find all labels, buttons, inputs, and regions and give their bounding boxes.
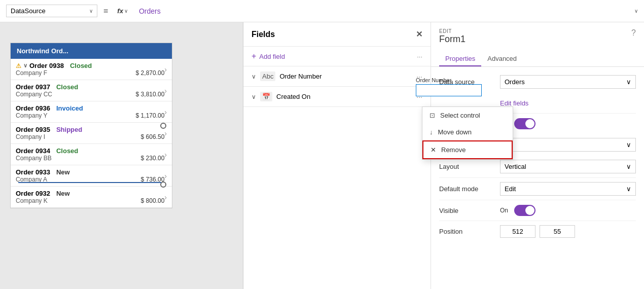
select-control-icon: ⊡: [430, 112, 435, 119]
prop-value-columns: 3 ∨: [500, 138, 636, 152]
status-5: New: [56, 168, 70, 176]
order-info-3: Order 0935 Shipped Company I $ 606.50: [16, 126, 164, 140]
context-menu-label-remove: Remove: [441, 146, 466, 154]
prop-label-position: Position: [439, 228, 500, 235]
order-num-0: ⚠∨ Order 0938 Closed: [16, 62, 164, 69]
gallery-item-5[interactable]: Order 0933 New Company A $ 736.00 ›: [11, 165, 172, 187]
gallery: Northwind Ord... ⚠∨ Order 0938 Closed Co…: [10, 43, 172, 208]
toggle-switch-visible[interactable]: [514, 205, 535, 216]
prop-value-datasource: Orders ∨: [500, 75, 636, 89]
equals-sign: =: [101, 7, 110, 16]
gallery-items: ⚠∨ Order 0938 Closed Company F $ 2,870.0…: [11, 59, 172, 208]
status-2: Invoiced: [56, 104, 83, 112]
order-num-text-3: Order 0935: [16, 126, 50, 133]
prop-value-layout: Vertical ∨: [500, 160, 636, 173]
context-menu-move-down[interactable]: ↓ Move down: [422, 124, 513, 140]
gallery-item-chevron-2: ›: [164, 108, 167, 116]
divider-line: [18, 182, 161, 183]
gallery-title: Northwind Ord...: [17, 47, 68, 55]
order-info-4: Order 0934 Closed Company BB $ 230.00: [16, 147, 164, 162]
add-field-menu[interactable]: ···: [417, 53, 422, 60]
toggle-knob-1: [525, 119, 534, 128]
form-title: Form1: [439, 34, 636, 45]
datasource-dropdown-prop[interactable]: Orders ∨: [500, 75, 636, 89]
order-num-text-5: Order 0933: [16, 168, 50, 176]
order-number-label: Order Number: [416, 77, 482, 83]
field-item-order-number[interactable]: ∨ Abc Order Number ···: [243, 66, 431, 87]
toggle-switch-1[interactable]: [514, 118, 535, 129]
order-details-6: Company K $ 800.00: [16, 197, 164, 204]
prop-value-position: [500, 225, 636, 238]
prop-value-toggle: On: [500, 118, 636, 129]
order-num-1: Order 0937 Closed: [16, 83, 164, 91]
toggle-on-label-visible: On: [500, 207, 508, 214]
position-x-input[interactable]: [500, 225, 535, 238]
context-menu-remove[interactable]: ✕ Remove: [422, 140, 513, 159]
canvas: Northwind Ord... ⚠∨ Order 0938 Closed Co…: [0, 22, 243, 289]
remove-icon: ✕: [431, 146, 436, 154]
datasource-dropdown[interactable]: DataSource ∨: [6, 5, 97, 17]
default-mode-dropdown[interactable]: Edit ∨: [500, 182, 636, 196]
order-details-1: Company CC $ 3,810.00: [16, 91, 164, 98]
gallery-item-chevron-0: ›: [164, 65, 167, 74]
default-mode-chevron: ∨: [626, 185, 631, 193]
gallery-item-2[interactable]: Order 0936 Invoiced Company Y $ 1,170.00…: [11, 101, 172, 123]
company-4: Company BB: [16, 155, 52, 162]
datasource-label: DataSource: [11, 7, 46, 15]
gallery-item-6[interactable]: Order 0932 New Company K $ 800.00 ›: [11, 187, 172, 208]
add-field-button[interactable]: + Add field ···: [243, 47, 431, 66]
fields-title: Fields: [252, 30, 275, 39]
field-name-order-number: Order Number: [279, 73, 412, 80]
columns-chevron: ∨: [626, 141, 631, 149]
layout-dropdown[interactable]: Vertical ∨: [500, 160, 636, 173]
help-button[interactable]: ?: [631, 28, 636, 38]
context-menu: ⊡ Select control ↓ Move down ✕ Remove: [422, 106, 513, 160]
field-chevron-1: ∨: [252, 73, 256, 80]
company-6: Company K: [16, 197, 48, 204]
order-number-field-label: Order Number: [416, 77, 482, 96]
fields-panel-header: Fields ✕: [243, 22, 431, 47]
top-bar: DataSource ∨ = fx ∨ Orders ∨: [0, 0, 644, 22]
order-num-text-6: Order 0932: [16, 190, 50, 197]
order-info-5: Order 0933 New Company A $ 736.00: [16, 168, 164, 183]
amount-1: $ 3,810.00: [136, 91, 165, 98]
order-num-6: Order 0932 New: [16, 190, 164, 197]
position-y-input[interactable]: [540, 225, 575, 238]
order-details-2: Company Y $ 1,170.00: [16, 112, 164, 119]
order-num-text-4: Order 0934: [16, 147, 50, 155]
status-0: Closed: [70, 62, 92, 69]
gallery-item-0[interactable]: ⚠∨ Order 0938 Closed Company F $ 2,870.0…: [11, 59, 172, 80]
prop-label-visible: Visible: [439, 207, 500, 214]
columns-dropdown[interactable]: 3 ∨: [500, 138, 636, 152]
field-item-created-on[interactable]: ∨ 📅 Created On ···: [243, 87, 431, 107]
context-menu-select-control[interactable]: ⊡ Select control: [422, 107, 513, 124]
tab-properties[interactable]: Properties: [439, 51, 481, 66]
context-menu-label-move: Move down: [438, 128, 472, 136]
tab-advanced[interactable]: Advanced: [481, 51, 523, 66]
layout-chevron: ∨: [626, 163, 631, 170]
amount-6: $ 800.00: [141, 197, 165, 204]
gallery-item-4[interactable]: Order 0934 Closed Company BB $ 230.00 ›: [11, 144, 172, 165]
default-mode-value: Edit: [505, 185, 516, 193]
context-menu-label-select: Select control: [440, 112, 480, 119]
edit-fields-link[interactable]: Edit fields: [500, 99, 528, 107]
status-4: Closed: [56, 147, 78, 155]
prop-row-visible: Visible On: [431, 200, 644, 221]
close-fields-button[interactable]: ✕: [416, 29, 422, 39]
order-num-5: Order 0933 New: [16, 168, 164, 176]
amount-4: $ 230.00: [141, 155, 165, 162]
gallery-item-3[interactable]: Order 0935 Shipped Company I $ 606.50 ›: [11, 123, 172, 144]
datasource-dropdown-chevron: ∨: [626, 78, 631, 86]
order-details-4: Company BB $ 230.00: [16, 155, 164, 162]
amount-3: $ 606.50: [141, 133, 165, 140]
order-details-3: Company I $ 606.50: [16, 133, 164, 140]
warning-icon: ⚠: [16, 62, 21, 69]
order-number-input[interactable]: [416, 84, 482, 96]
circle-handle-1[interactable]: [160, 123, 166, 129]
fx-button[interactable]: fx ∨: [114, 5, 131, 17]
order-num-text-0: Order 0938: [29, 62, 64, 69]
amount-0: $ 2,870.00: [136, 69, 165, 77]
gallery-item-1[interactable]: Order 0937 Closed Company CC $ 3,810.00 …: [11, 80, 172, 101]
field-name-created-on: Created On: [276, 93, 412, 100]
plus-icon: +: [252, 52, 256, 61]
